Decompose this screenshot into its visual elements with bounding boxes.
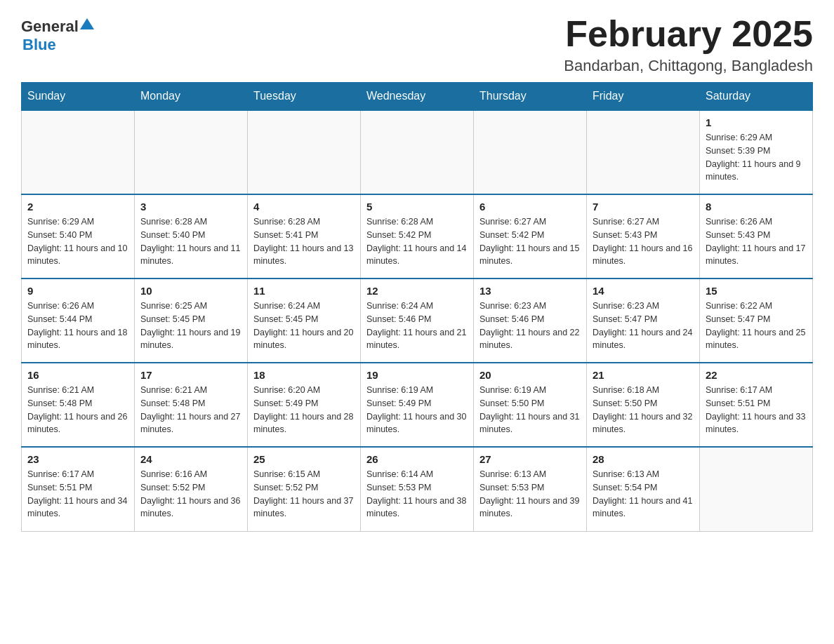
day-info: Sunrise: 6:17 AMSunset: 5:51 PMDaylight:… [706, 384, 807, 436]
logo-line1: General [21, 18, 94, 36]
calendar-day: 23Sunrise: 6:17 AMSunset: 5:51 PMDayligh… [22, 447, 135, 531]
week-row-4: 16Sunrise: 6:21 AMSunset: 5:48 PMDayligh… [22, 363, 813, 447]
calendar-subtitle: Bandarban, Chittagong, Bangladesh [564, 57, 813, 75]
day-info: Sunrise: 6:16 AMSunset: 5:52 PMDaylight:… [140, 468, 241, 521]
day-info: Sunrise: 6:13 AMSunset: 5:54 PMDaylight:… [593, 468, 694, 521]
day-number: 28 [593, 453, 694, 465]
calendar-day: 16Sunrise: 6:21 AMSunset: 5:48 PMDayligh… [22, 363, 135, 447]
weekday-header-tuesday: Tuesday [248, 83, 361, 111]
day-number: 11 [253, 285, 355, 297]
day-number: 8 [706, 201, 807, 213]
day-number: 24 [140, 453, 241, 465]
day-info: Sunrise: 6:13 AMSunset: 5:53 PMDaylight:… [479, 468, 581, 521]
weekday-header-saturday: Saturday [700, 83, 813, 111]
day-number: 7 [593, 201, 694, 213]
calendar-day: 7Sunrise: 6:27 AMSunset: 5:43 PMDaylight… [587, 194, 700, 279]
day-info: Sunrise: 6:28 AMSunset: 5:40 PMDaylight:… [140, 215, 241, 268]
day-number: 27 [479, 453, 581, 465]
calendar-day: 25Sunrise: 6:15 AMSunset: 5:52 PMDayligh… [248, 447, 361, 531]
day-number: 2 [27, 201, 128, 213]
day-number: 19 [366, 369, 468, 381]
day-info: Sunrise: 6:29 AMSunset: 5:40 PMDaylight:… [27, 215, 128, 268]
calendar-day: 11Sunrise: 6:24 AMSunset: 5:45 PMDayligh… [248, 279, 361, 363]
calendar-day: 17Sunrise: 6:21 AMSunset: 5:48 PMDayligh… [135, 363, 248, 447]
day-info: Sunrise: 6:27 AMSunset: 5:42 PMDaylight:… [479, 215, 581, 268]
day-info: Sunrise: 6:20 AMSunset: 5:49 PMDaylight:… [253, 384, 355, 436]
calendar-day: 15Sunrise: 6:22 AMSunset: 5:47 PMDayligh… [700, 279, 813, 363]
calendar-day: 21Sunrise: 6:18 AMSunset: 5:50 PMDayligh… [587, 363, 700, 447]
calendar-day: 27Sunrise: 6:13 AMSunset: 5:53 PMDayligh… [474, 447, 587, 531]
calendar-day: 6Sunrise: 6:27 AMSunset: 5:42 PMDaylight… [474, 194, 587, 279]
day-number: 5 [366, 201, 468, 213]
weekday-header-monday: Monday [135, 83, 248, 111]
svg-marker-0 [80, 18, 94, 29]
calendar-day: 9Sunrise: 6:26 AMSunset: 5:44 PMDaylight… [22, 279, 135, 363]
weekday-header-sunday: Sunday [22, 83, 135, 111]
day-number: 3 [140, 201, 241, 213]
day-info: Sunrise: 6:28 AMSunset: 5:41 PMDaylight:… [253, 215, 355, 268]
calendar-day: 4Sunrise: 6:28 AMSunset: 5:41 PMDaylight… [248, 194, 361, 279]
day-number: 21 [593, 369, 694, 381]
day-info: Sunrise: 6:23 AMSunset: 5:47 PMDaylight:… [593, 300, 694, 352]
day-info: Sunrise: 6:24 AMSunset: 5:46 PMDaylight:… [366, 300, 468, 352]
day-number: 18 [253, 369, 355, 381]
week-row-5: 23Sunrise: 6:17 AMSunset: 5:51 PMDayligh… [22, 447, 813, 531]
calendar-day: 10Sunrise: 6:25 AMSunset: 5:45 PMDayligh… [135, 279, 248, 363]
day-info: Sunrise: 6:15 AMSunset: 5:52 PMDaylight:… [253, 468, 355, 521]
calendar-day: 2Sunrise: 6:29 AMSunset: 5:40 PMDaylight… [22, 194, 135, 279]
calendar-day: 22Sunrise: 6:17 AMSunset: 5:51 PMDayligh… [700, 363, 813, 447]
calendar-day: 14Sunrise: 6:23 AMSunset: 5:47 PMDayligh… [587, 279, 700, 363]
day-info: Sunrise: 6:22 AMSunset: 5:47 PMDaylight:… [706, 300, 807, 352]
calendar-day: 1Sunrise: 6:29 AMSunset: 5:39 PMDaylight… [700, 110, 813, 194]
title-block: February 2025 Bandarban, Chittagong, Ban… [564, 14, 813, 75]
day-number: 26 [366, 453, 468, 465]
calendar-day: 19Sunrise: 6:19 AMSunset: 5:49 PMDayligh… [361, 363, 474, 447]
page-header: General Blue February 2025 Bandarban, Ch… [21, 14, 813, 75]
logo-arrow-icon [80, 17, 94, 31]
week-row-2: 2Sunrise: 6:29 AMSunset: 5:40 PMDaylight… [22, 194, 813, 279]
calendar-day: 20Sunrise: 6:19 AMSunset: 5:50 PMDayligh… [474, 363, 587, 447]
calendar-day [22, 110, 135, 194]
calendar-day: 3Sunrise: 6:28 AMSunset: 5:40 PMDaylight… [135, 194, 248, 279]
day-number: 16 [27, 369, 128, 381]
day-info: Sunrise: 6:14 AMSunset: 5:53 PMDaylight:… [366, 468, 468, 521]
weekday-header-thursday: Thursday [474, 83, 587, 111]
day-number: 17 [140, 369, 241, 381]
weekday-header-friday: Friday [587, 83, 700, 111]
calendar-day [474, 110, 587, 194]
day-info: Sunrise: 6:28 AMSunset: 5:42 PMDaylight:… [366, 215, 468, 268]
calendar-day: 24Sunrise: 6:16 AMSunset: 5:52 PMDayligh… [135, 447, 248, 531]
calendar-day [700, 447, 813, 531]
day-info: Sunrise: 6:21 AMSunset: 5:48 PMDaylight:… [140, 384, 241, 436]
day-number: 4 [253, 201, 355, 213]
day-number: 14 [593, 285, 694, 297]
day-info: Sunrise: 6:27 AMSunset: 5:43 PMDaylight:… [593, 215, 694, 268]
logo: General Blue [21, 18, 94, 54]
calendar-day: 26Sunrise: 6:14 AMSunset: 5:53 PMDayligh… [361, 447, 474, 531]
calendar-day: 5Sunrise: 6:28 AMSunset: 5:42 PMDaylight… [361, 194, 474, 279]
day-info: Sunrise: 6:21 AMSunset: 5:48 PMDaylight:… [27, 384, 128, 436]
calendar-day: 13Sunrise: 6:23 AMSunset: 5:46 PMDayligh… [474, 279, 587, 363]
day-number: 1 [706, 116, 807, 128]
calendar-day [587, 110, 700, 194]
day-number: 6 [479, 201, 581, 213]
weekday-header-wednesday: Wednesday [361, 83, 474, 111]
calendar-table: SundayMondayTuesdayWednesdayThursdayFrid… [21, 82, 813, 532]
calendar-day: 28Sunrise: 6:13 AMSunset: 5:54 PMDayligh… [587, 447, 700, 531]
week-row-1: 1Sunrise: 6:29 AMSunset: 5:39 PMDaylight… [22, 110, 813, 194]
day-number: 20 [479, 369, 581, 381]
weekday-header-row: SundayMondayTuesdayWednesdayThursdayFrid… [22, 83, 813, 111]
day-info: Sunrise: 6:26 AMSunset: 5:43 PMDaylight:… [706, 215, 807, 268]
day-info: Sunrise: 6:18 AMSunset: 5:50 PMDaylight:… [593, 384, 694, 436]
week-row-3: 9Sunrise: 6:26 AMSunset: 5:44 PMDaylight… [22, 279, 813, 363]
day-number: 23 [27, 453, 128, 465]
day-info: Sunrise: 6:19 AMSunset: 5:50 PMDaylight:… [479, 384, 581, 436]
calendar-day [135, 110, 248, 194]
day-info: Sunrise: 6:17 AMSunset: 5:51 PMDaylight:… [27, 468, 128, 521]
day-info: Sunrise: 6:29 AMSunset: 5:39 PMDaylight:… [706, 131, 807, 184]
calendar-day: 12Sunrise: 6:24 AMSunset: 5:46 PMDayligh… [361, 279, 474, 363]
day-info: Sunrise: 6:19 AMSunset: 5:49 PMDaylight:… [366, 384, 468, 436]
day-number: 22 [706, 369, 807, 381]
day-info: Sunrise: 6:24 AMSunset: 5:45 PMDaylight:… [253, 300, 355, 352]
calendar-day [248, 110, 361, 194]
